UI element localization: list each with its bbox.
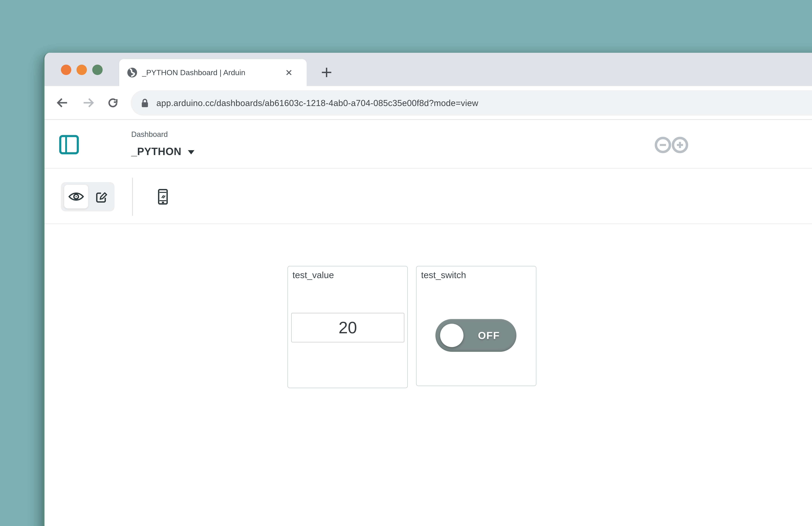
address-bar[interactable]: app.arduino.cc/dashboards/ab61603c-1218-… bbox=[131, 90, 812, 116]
new-tab-button[interactable] bbox=[321, 67, 333, 78]
dashboard-toolbar bbox=[44, 169, 812, 224]
switch-toggle[interactable]: OFF bbox=[435, 319, 517, 352]
dashboard-title: _PYTHON bbox=[131, 145, 182, 158]
lock-icon[interactable] bbox=[141, 98, 149, 108]
globe-favicon-icon bbox=[127, 68, 137, 78]
browser-tab[interactable]: _PYTHON Dashboard | Arduin bbox=[119, 59, 307, 86]
eye-icon bbox=[68, 191, 84, 202]
forward-button[interactable] bbox=[82, 96, 95, 109]
value-widget-card: test_value 20 bbox=[288, 266, 408, 388]
browser-window: _PYTHON Dashboard | Arduin app.arduino.c… bbox=[43, 53, 812, 526]
toggle-state-label: OFF bbox=[478, 330, 500, 341]
dashboard-header: Dashboard _PYTHON bbox=[44, 120, 812, 169]
mobile-preview-button[interactable] bbox=[158, 189, 168, 205]
switch-widget-card: test_switch OFF bbox=[416, 266, 536, 386]
window-zoom-button[interactable] bbox=[92, 64, 103, 75]
dashboard-canvas: test_value 20 test_switch OFF bbox=[44, 224, 812, 526]
toolbar-divider bbox=[132, 178, 133, 216]
edit-mode-button[interactable] bbox=[88, 182, 115, 211]
url-text: app.arduino.cc/dashboards/ab61603c-1218-… bbox=[156, 98, 478, 108]
view-mode-button[interactable] bbox=[64, 185, 88, 208]
reload-button[interactable] bbox=[106, 96, 120, 109]
dashboard-title-dropdown[interactable]: _PYTHON bbox=[131, 145, 194, 158]
pencil-square-icon bbox=[95, 190, 108, 203]
tab-title: _PYTHON Dashboard | Arduin bbox=[142, 59, 281, 86]
switch-widget-label: test_switch bbox=[421, 270, 466, 280]
back-button[interactable] bbox=[55, 96, 69, 109]
chevron-down-icon bbox=[188, 150, 194, 155]
dashboard-eyebrow-label: Dashboard bbox=[131, 130, 168, 138]
value-widget-label: test_value bbox=[292, 270, 334, 280]
window-minimize-button[interactable] bbox=[76, 64, 87, 75]
view-edit-segmented-control bbox=[61, 182, 115, 211]
value-input[interactable]: 20 bbox=[291, 313, 404, 342]
browser-navbar: app.arduino.cc/dashboards/ab61603c-1218-… bbox=[44, 86, 812, 120]
tab-close-icon[interactable] bbox=[285, 68, 293, 77]
sidebar-toggle-icon[interactable] bbox=[59, 135, 79, 155]
arduino-infinity-icon bbox=[653, 136, 690, 154]
tab-strip: _PYTHON Dashboard | Arduin bbox=[44, 53, 812, 86]
toggle-knob bbox=[440, 324, 464, 347]
window-close-button[interactable] bbox=[61, 64, 71, 75]
